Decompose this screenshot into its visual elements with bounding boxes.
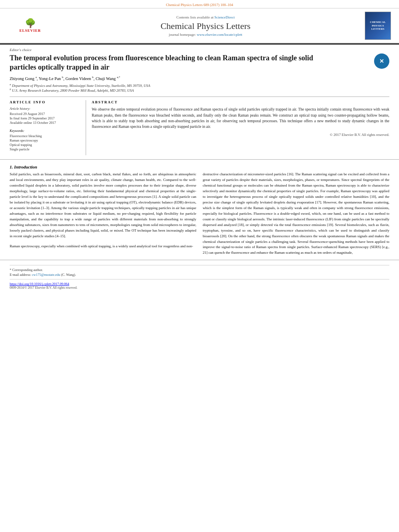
abstract-section: ABSTRACT We observe the entire temporal … [86, 100, 389, 155]
abstract-heading: ABSTRACT [92, 100, 389, 104]
keyword-4: Single particle [10, 147, 81, 151]
authors-line: Zhiyong Gong a, Yong-Le Pan b, Gorden Vi… [10, 76, 389, 81]
main-content: 1. Introduction Solid particles, such as… [0, 159, 399, 256]
col-left: Solid particles, such as bioaerosols, mi… [10, 172, 196, 256]
article-outer: Editor's choice The temporal evolution p… [0, 44, 399, 155]
article-title-row: The temporal evolution process from fluo… [10, 53, 389, 72]
col-right: destructive characterization of micromet… [203, 172, 389, 256]
issn-line: 0009-2614/© 2017 Elsevier B.V. All right… [10, 286, 389, 290]
email-line: E-mail address: cw175@msstate.edu (C. Wa… [10, 273, 389, 277]
doi-line: https://doi.org/10.1016/j.cplett.2017.09… [10, 282, 389, 286]
keywords-section: Keywords: Fluorescence bleaching Raman s… [10, 129, 81, 151]
journal-ref: Chemical Physics Letters 689 (2017) 100–… [166, 3, 233, 7]
footer-bar: * Corresponding author. E-mail address: … [0, 260, 399, 291]
contents-available: Contents lists available at ScienceDirec… [56, 15, 355, 19]
footer-rule-2 [10, 279, 389, 279]
journal-cover-thumb: CHEMICALPHYSICSLETTERS [359, 12, 391, 40]
editor-choice-label: Editor's choice [10, 48, 389, 52]
elsevier-brand: ELSEVIER [19, 29, 41, 33]
journal-thumbnail: CHEMICALPHYSICSLETTERS [365, 12, 391, 40]
article-info-heading: ARTICLE INFO [10, 100, 81, 104]
elsevier-logo: 🌳 ELSEVIER [11, 17, 49, 35]
keyword-3: Optical trapping [10, 143, 81, 147]
keyword-2: Raman spectroscopy [10, 138, 81, 142]
sciencedirect-link[interactable]: ScienceDirect [214, 15, 234, 19]
crossmark-badge[interactable]: ✕ [374, 53, 389, 69]
intro-col1-p2: Raman spectroscopy, especially when comb… [10, 244, 196, 249]
journal-homepage: journal homepage: www.elsevier.com/locat… [56, 33, 355, 37]
two-column-layout: Solid particles, such as bioaerosols, mi… [10, 172, 389, 256]
keywords-label: Keywords: [10, 129, 81, 133]
journal-header: 🌳 ELSEVIER Contents lists available at S… [0, 8, 399, 44]
journal-title-area: Contents lists available at ScienceDirec… [52, 15, 359, 37]
intro-col2-p1: destructive characterization of micromet… [203, 172, 389, 256]
doi-link[interactable]: https://doi.org/10.1016/j.cplett.2017.09… [10, 282, 69, 286]
article-title: The temporal evolution process from fluo… [10, 53, 339, 72]
elsevier-logo-area: 🌳 ELSEVIER [8, 17, 52, 35]
intro-heading: 1. Introduction [10, 164, 389, 169]
article-history: Article history: Received 29 August 2017… [10, 107, 81, 125]
top-bar: Chemical Physics Letters 689 (2017) 100–… [0, 0, 399, 8]
corresponding-author-note: * Corresponding author. [10, 268, 389, 272]
journal-title: Chemical Physics Letters [56, 21, 355, 31]
keyword-1: Fluorescence bleaching [10, 134, 81, 138]
affiliations: a Department of Physics and Astronomy, M… [10, 83, 389, 92]
homepage-link[interactable]: www.elsevier.com/locate/cplett [197, 33, 242, 37]
article-info: ARTICLE INFO Article history: Received 2… [10, 100, 86, 155]
elsevier-tree-icon: 🌳 [25, 19, 36, 28]
footer-rule [10, 265, 389, 265]
email-link[interactable]: cw175@msstate.edu [32, 273, 60, 277]
article-body: ARTICLE INFO Article history: Received 2… [10, 97, 389, 155]
abstract-text: We observe the entire temporal evolution… [92, 107, 389, 129]
copyright-notice: © 2017 Elsevier B.V. All rights reserved… [92, 133, 389, 137]
intro-col1-p1: Solid particles, such as bioaerosols, mi… [10, 172, 196, 239]
